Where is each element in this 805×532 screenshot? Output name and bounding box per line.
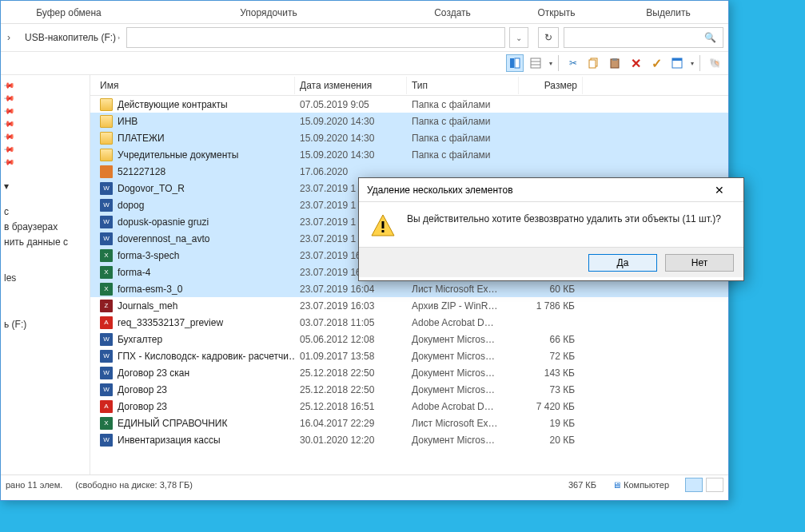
yes-button[interactable]: Да [588,254,657,272]
search-input[interactable]: 🔍 [564,27,723,48]
search-icon: 🔍 [704,32,716,43]
sidebar-item[interactable]: с [4,205,88,218]
file-row[interactable]: WБухгалтер05.06.2012 12:08Документ Micro… [90,331,728,347]
copy-button[interactable] [585,54,603,72]
folder-icon [100,132,113,145]
excel-icon: X [100,249,113,262]
shell-icon: 🐚 [709,58,721,69]
file-row[interactable]: Xforma-esm-3_023.07.2019 16:04Лист Micro… [90,280,728,297]
refresh-button[interactable]: ↻ [538,27,559,48]
status-bar: рано 11 элем. (свободно на диске: 3,78 Г… [1,474,728,494]
word-icon: W [100,182,113,195]
file-row[interactable]: Учредительные документы15.09.2020 14:30П… [90,146,728,163]
file-date: 25.12.2018 22:50 [295,384,407,395]
file-type: Документ Micros… [407,334,519,345]
quick-access-item[interactable]: 📌 [4,157,88,167]
ribbon-section-clipboard: Буфер обмена [1,2,137,23]
breadcrumb-chevron-icon[interactable]: › [2,32,14,43]
pin-icon: 📌 [4,157,15,167]
file-date: 30.01.2020 12:20 [295,435,407,446]
folder-icon [100,115,113,128]
file-type: Документ Micros… [407,435,519,446]
quick-access-item[interactable]: 📌 [4,118,88,129]
props-dropdown-icon[interactable]: ▾ [691,60,694,67]
file-size: 60 КБ [519,284,583,295]
ribbon-section-create: Создать [401,2,504,23]
properties-button[interactable] [668,54,686,72]
close-icon: ✕ [715,184,724,197]
cut-button[interactable]: ✂ [564,54,582,72]
svg-rect-1 [515,58,520,68]
file-row[interactable]: ИНВ15.09.2020 14:30Папка с файлами [90,113,728,129]
quick-access-item[interactable]: 📌 [4,131,88,141]
sidebar-item[interactable]: ▾ [4,180,88,193]
file-row[interactable]: WДоговор 2325.12.2018 22:50Документ Micr… [90,381,728,398]
ribbon-section-organize: Упорядочить [137,2,401,23]
sidebar-item-drive[interactable]: ь (F:) [4,318,88,331]
file-type: Adobe Acrobat D… [407,401,519,412]
file-date: 15.09.2020 14:30 [295,133,407,144]
svg-rect-2 [531,58,540,68]
paste-button[interactable] [606,54,624,72]
address-dropdown-button[interactable]: ⌄ [509,27,528,48]
list-view-icon [509,58,520,69]
view-icons-toggle[interactable] [706,478,723,492]
address-bar[interactable] [126,27,505,48]
file-type: Adobe Acrobat D… [407,317,519,328]
extra-toolbar: ▾ ✂ ✕ ✓ ▾ 🐚 [1,51,728,75]
file-row[interactable]: Действующие контракты07.05.2019 9:05Папк… [90,96,728,113]
file-date: 03.07.2018 11:05 [295,317,407,328]
file-list[interactable]: Действующие контракты07.05.2019 9:05Папк… [90,96,728,474]
file-row[interactable]: WДоговор 23 скан25.12.2018 22:50Документ… [90,364,728,381]
file-size: 66 КБ [519,334,583,345]
file-row[interactable]: Areq_333532137_preview03.07.2018 11:05Ad… [90,314,728,331]
quick-access-item[interactable]: 📌 [4,105,88,116]
sidebar-item-data[interactable]: нить данные с [4,236,88,248]
delete-confirm-dialog: Удаление нескольких элементов ✕ Вы дейст… [358,177,744,281]
file-date: 16.04.2017 22:29 [295,418,407,429]
file-size: 73 КБ [519,384,583,395]
file-date: 25.12.2018 22:50 [295,367,407,379]
col-header-date[interactable]: Дата изменения [295,77,407,94]
file-name: ЕДИНЫЙ СПРАВОЧНИК [118,418,227,429]
confirm-button[interactable]: ✓ [648,54,665,72]
no-button[interactable]: Нет [665,254,734,272]
computer-icon: 🖥 [612,480,621,490]
dialog-button-row: Да Нет [359,247,743,277]
excel-icon: X [100,417,113,430]
dialog-close-button[interactable]: ✕ [703,180,735,200]
file-row[interactable]: ZJournals_meh23.07.2019 16:03Архив ZIP -… [90,297,728,314]
col-header-name[interactable]: Имя [95,77,295,94]
view-details-button[interactable] [527,54,544,72]
shell-button[interactable]: 🐚 [706,54,723,72]
svg-rect-8 [612,58,617,61]
status-selected: рано 11 элем. [6,480,62,490]
breadcrumb-current[interactable]: USB-накопитель (F:) › [18,27,123,48]
file-row[interactable]: WГПХ - Кисловодск- кадровик- расчетчи…01… [90,347,728,364]
file-row[interactable]: WИнвентаризация кассы30.01.2020 12:20Док… [90,431,728,448]
quick-access-item[interactable]: 📌 [4,80,88,90]
excel-icon: X [100,266,113,279]
file-row[interactable]: XЕДИНЫЙ СПРАВОЧНИК16.04.2017 22:29Лист M… [90,415,728,431]
quick-access-item[interactable]: 📌 [4,144,88,154]
delete-button[interactable]: ✕ [627,54,644,72]
zip-icon: Z [100,300,113,312]
word-icon: W [100,232,113,245]
check-icon: ✓ [652,56,662,71]
file-size: 72 КБ [519,351,583,362]
warning-icon [370,213,396,239]
file-name: dopog [118,200,144,211]
quick-access-item[interactable]: 📌 [4,93,88,103]
file-row[interactable]: ПЛАТЕЖИ15.09.2020 14:30Папка с файлами [90,129,728,146]
ribbon-section-select: Выделить [608,2,728,23]
view-list-button[interactable] [506,54,524,72]
col-header-type[interactable]: Тип [407,77,519,94]
file-name: ПЛАТЕЖИ [118,133,165,144]
view-details-toggle[interactable] [685,478,703,492]
file-row[interactable]: AДоговор 2325.12.2018 16:51Adobe Acrobat… [90,398,728,415]
col-header-size[interactable]: Размер [519,77,583,94]
sidebar-item-browsers[interactable]: в браузерах [4,220,88,233]
file-name: Dogovor_TO_R [118,183,185,194]
view-dropdown-icon[interactable]: ▾ [549,60,552,67]
sidebar-item-les[interactable]: les [4,272,88,284]
